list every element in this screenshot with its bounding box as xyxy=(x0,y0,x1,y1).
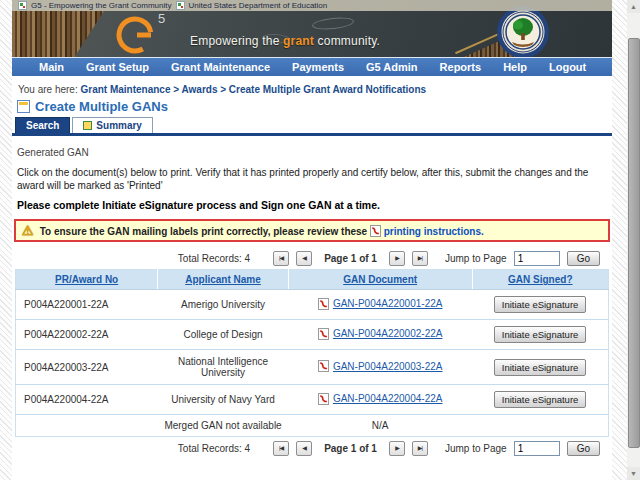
jump-to-page-label: Jump to Page xyxy=(445,253,507,264)
prev-page-button[interactable]: ◀ xyxy=(296,441,312,456)
go-button[interactable]: Go xyxy=(567,441,600,456)
chalkboard-decor xyxy=(312,16,355,31)
jump-to-page-input[interactable] xyxy=(514,441,560,456)
last-page-button[interactable]: ▶| xyxy=(412,251,428,266)
tab-summary-label: Summary xyxy=(96,120,142,131)
page-content: 5 Empowering the grant community. G5 - E… xyxy=(12,0,612,480)
tagline: Empowering the grant community. xyxy=(190,34,380,48)
summary-tab-icon xyxy=(83,121,92,130)
nav-item-grant-setup[interactable]: Grant Setup xyxy=(75,61,160,73)
award-no: P004A220002-22A xyxy=(16,320,158,350)
applicant-name: Amerigo University xyxy=(158,290,288,320)
nav-item-payments[interactable]: Payments xyxy=(281,61,355,73)
page-indicator: Page 1 of 1 xyxy=(324,253,377,264)
gan-document-link[interactable]: GAN-P004A220001-22A xyxy=(333,298,443,309)
initiate-esignature-button[interactable]: Initiate eSignature xyxy=(494,326,587,343)
first-page-button[interactable]: |◀ xyxy=(273,251,289,266)
last-page-button[interactable]: ▶| xyxy=(412,441,428,456)
sort-gan-document[interactable]: GAN Document xyxy=(343,274,417,285)
warning-banner: ⚠ To ensure the GAN mailing labels print… xyxy=(14,219,610,242)
nav-item-logout[interactable]: Logout xyxy=(538,61,597,73)
go-button[interactable]: Go xyxy=(567,251,600,266)
pdf-icon xyxy=(318,298,329,310)
window-title-strip: G5 - Empowering the Grant Community Unit… xyxy=(12,0,612,11)
tagline-post: community. xyxy=(314,34,380,48)
tab-search[interactable]: Search xyxy=(15,117,70,133)
initiate-esignature-button[interactable]: Initiate eSignature xyxy=(494,391,587,408)
logo-number: 5 xyxy=(158,11,165,26)
favicon-icon xyxy=(18,1,27,10)
total-records: Total Records: 4 xyxy=(178,443,250,454)
header-gan-signed: GAN Signed? xyxy=(472,270,608,290)
window-title-1: G5 - Empowering the Grant Community xyxy=(31,1,172,10)
nav-item-main[interactable]: Main xyxy=(28,61,75,73)
gan-document-cell: GAN-P004A220003-22A xyxy=(318,360,443,372)
nav-item-help[interactable]: Help xyxy=(492,61,538,73)
page-form-icon xyxy=(17,100,30,113)
breadcrumb-prefix: You are here: xyxy=(18,84,78,95)
pagination-top: Total Records: 4 |◀ ◀ Page 1 of 1 ▶ ▶| J… xyxy=(12,251,600,266)
dept-of-education-seal xyxy=(496,5,550,57)
pdf-icon xyxy=(318,393,329,405)
page-main: You are here: Grant Maintenance > Awards… xyxy=(12,84,612,480)
merged-gan-row: Merged GAN not available N/A xyxy=(16,415,609,437)
gan-document-link[interactable]: GAN-P004A220004-22A xyxy=(333,393,443,404)
page-title: Create Multiple GANs xyxy=(35,99,168,114)
next-page-button[interactable]: ▶ xyxy=(389,251,405,266)
header-gan-document: GAN Document xyxy=(288,270,472,290)
warning-text: To ensure the GAN mailing labels print c… xyxy=(40,225,484,237)
tab-bar: Search Summary xyxy=(15,117,612,133)
scrollbar-thumb[interactable] xyxy=(628,38,640,448)
jump-to-page-label: Jump to Page xyxy=(445,443,507,454)
merged-gan-doc: N/A xyxy=(288,415,472,437)
sort-applicant-name[interactable]: Applicant Name xyxy=(185,274,261,285)
gan-document-cell: GAN-P004A220004-22A xyxy=(318,393,443,405)
nav-item-g5-admin[interactable]: G5 Admin xyxy=(355,61,429,73)
gan-document-link[interactable]: GAN-P004A220002-22A xyxy=(333,328,443,339)
initiate-esignature-button[interactable]: Initiate eSignature xyxy=(494,296,587,313)
header-pr-award-no: PR/Award No xyxy=(16,270,158,290)
breadcrumb-path[interactable]: Grant Maintenance > Awards > Create Mult… xyxy=(80,84,426,95)
breadcrumb: You are here: Grant Maintenance > Awards… xyxy=(18,84,612,95)
gan-document-cell: GAN-P004A220001-22A xyxy=(318,298,443,310)
pagination-bottom: Total Records: 4 |◀ ◀ Page 1 of 1 ▶ ▶| J… xyxy=(12,441,600,456)
warning-message: To ensure the GAN mailing labels print c… xyxy=(40,226,368,237)
instructions-text: Click on the document(s) below to print.… xyxy=(17,167,606,192)
pdf-icon xyxy=(318,360,329,372)
printing-instructions-link[interactable]: printing instructions. xyxy=(384,226,484,237)
gan-document-link[interactable]: GAN-P004A220003-22A xyxy=(333,361,443,372)
app-window: 5 Empowering the grant community. G5 - E… xyxy=(0,0,640,480)
tab-summary[interactable]: Summary xyxy=(72,117,153,133)
award-no: P004A220003-22A xyxy=(16,350,158,385)
esignature-note: Please complete Initiate eSignature proc… xyxy=(17,199,606,211)
nav-item-reports[interactable]: Reports xyxy=(429,61,493,73)
table-header-row: PR/Award No Applicant Name GAN Document … xyxy=(16,270,609,290)
applicant-name: University of Navy Yard xyxy=(158,385,288,415)
sort-gan-signed[interactable]: GAN Signed? xyxy=(508,274,572,285)
window-title-2: United States Department of Education xyxy=(189,1,328,10)
jump-to-page-input[interactable] xyxy=(514,251,560,266)
bookshelf-photo-left xyxy=(12,11,104,57)
favicon-icon xyxy=(176,1,185,10)
header-banner: 5 Empowering the grant community. G5 - E… xyxy=(12,0,612,57)
table-row: P004A220002-22A College of Design GAN-P0… xyxy=(16,320,609,350)
initiate-esignature-button[interactable]: Initiate eSignature xyxy=(494,359,587,376)
tab-underline xyxy=(12,133,612,136)
page-title-row: Create Multiple GANs xyxy=(17,99,612,114)
merged-gan-label: Merged GAN not available xyxy=(158,415,288,437)
tagline-accent: grant xyxy=(283,34,314,48)
tagline-pre: Empowering the xyxy=(190,34,283,48)
sort-pr-award-no[interactable]: PR/Award No xyxy=(55,274,118,285)
next-page-button[interactable]: ▶ xyxy=(389,441,405,456)
vertical-scrollbar[interactable]: ▲ ▼ xyxy=(627,0,640,480)
scroll-down-icon[interactable]: ▼ xyxy=(627,467,640,480)
scroll-up-icon[interactable]: ▲ xyxy=(627,0,640,13)
table-row: P004A220001-22A Amerigo University GAN-P… xyxy=(16,290,609,320)
header-applicant-name: Applicant Name xyxy=(158,270,288,290)
award-no: P004A220001-22A xyxy=(16,290,158,320)
first-page-button[interactable]: |◀ xyxy=(273,441,289,456)
award-no: P004A220004-22A xyxy=(16,385,158,415)
nav-item-grant-maintenance[interactable]: Grant Maintenance xyxy=(160,61,281,73)
prev-page-button[interactable]: ◀ xyxy=(296,251,312,266)
table-row: P004A220004-22A University of Navy Yard … xyxy=(16,385,609,415)
